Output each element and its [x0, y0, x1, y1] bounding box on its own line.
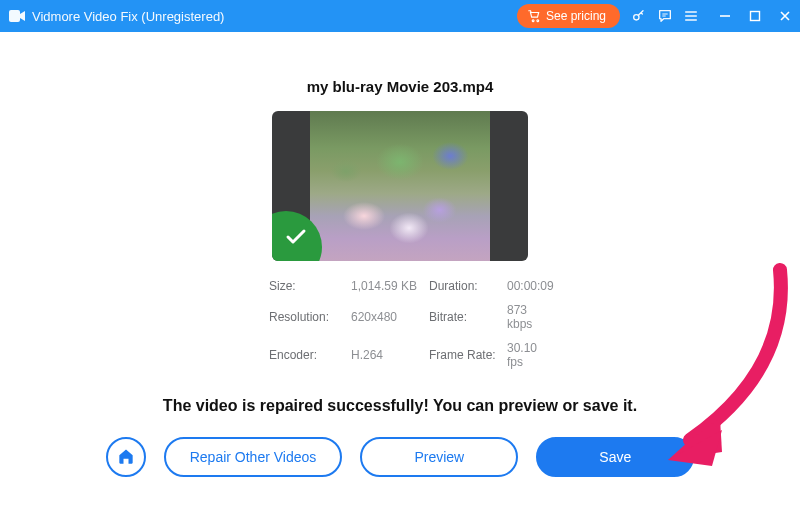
feedback-icon-button[interactable] [652, 0, 678, 32]
see-pricing-label: See pricing [546, 9, 606, 23]
video-thumbnail [272, 111, 528, 261]
repair-other-videos-label: Repair Other Videos [190, 449, 317, 465]
framerate-value: 30.10 fps [507, 341, 554, 369]
bitrate-label: Bitrate: [429, 310, 507, 324]
see-pricing-button[interactable]: See pricing [517, 4, 620, 28]
svg-rect-0 [9, 10, 20, 22]
metadata-grid: Size: 1,014.59 KB Duration: 00:00:09 Res… [269, 279, 531, 369]
resolution-value: 620x480 [351, 310, 429, 324]
minimize-icon [719, 10, 731, 22]
bitrate-value: 873 kbps [507, 303, 554, 331]
preview-label: Preview [414, 449, 464, 465]
home-button[interactable] [106, 437, 146, 477]
main-content: my blu-ray Movie 203.mp4 Size: 1,014.59 … [0, 32, 800, 515]
svg-rect-3 [751, 12, 760, 21]
file-name: my blu-ray Movie 203.mp4 [307, 78, 494, 95]
menu-icon-button[interactable] [678, 0, 704, 32]
title-bar: Vidmore Video Fix (Unregistered) See pri… [0, 0, 800, 32]
maximize-icon [749, 10, 761, 22]
resolution-label: Resolution: [269, 310, 351, 324]
save-button[interactable]: Save [536, 437, 694, 477]
app-logo-icon [8, 7, 26, 25]
close-icon [779, 10, 791, 22]
svg-marker-1 [20, 11, 25, 21]
thumbnail-image [310, 111, 490, 261]
close-button[interactable] [770, 0, 800, 32]
status-message: The video is repaired successfully! You … [163, 397, 637, 415]
save-label: Save [599, 449, 631, 465]
key-icon [631, 8, 647, 24]
window-title: Vidmore Video Fix (Unregistered) [32, 9, 224, 24]
encoder-value: H.264 [351, 348, 429, 362]
framerate-label: Frame Rate: [429, 348, 507, 362]
maximize-button[interactable] [740, 0, 770, 32]
size-label: Size: [269, 279, 351, 293]
encoder-label: Encoder: [269, 348, 351, 362]
duration-value: 00:00:09 [507, 279, 554, 293]
key-icon-button[interactable] [626, 0, 652, 32]
cart-icon [527, 9, 541, 23]
action-button-row: Repair Other Videos Preview Save [106, 437, 695, 477]
home-icon [116, 447, 136, 467]
hamburger-icon [683, 8, 699, 24]
size-value: 1,014.59 KB [351, 279, 429, 293]
preview-button[interactable]: Preview [360, 437, 518, 477]
duration-label: Duration: [429, 279, 507, 293]
speech-bubble-icon [657, 8, 673, 24]
repair-other-videos-button[interactable]: Repair Other Videos [164, 437, 343, 477]
checkmark-icon [284, 225, 308, 249]
minimize-button[interactable] [710, 0, 740, 32]
